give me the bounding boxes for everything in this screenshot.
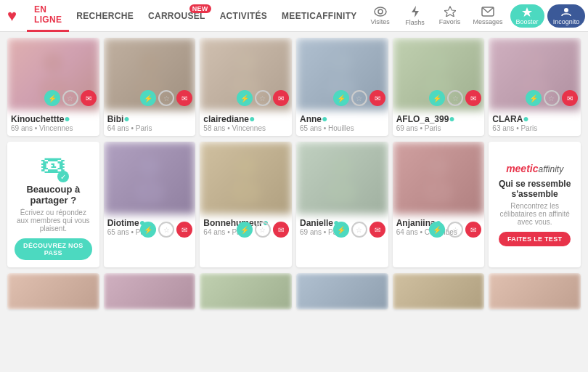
favorite-button[interactable]: ☆	[158, 90, 174, 106]
svg-point-21	[236, 157, 256, 177]
profile-card[interactable]: ⚡ ☆ ✉ Anjaniina● 64 ans • Colombes	[393, 142, 485, 267]
favorite-button[interactable]: ☆	[158, 222, 174, 238]
profile-actions: ⚡ ☆ ✉	[7, 88, 99, 108]
profile-name: Bibi●	[107, 113, 192, 124]
profile-card[interactable]: ⚡ ☆ ✉ Diotime● 65 ans • Paris	[104, 142, 196, 267]
bottom-card[interactable]	[393, 273, 485, 310]
favorite-button[interactable]: ☆	[447, 222, 463, 238]
message-button[interactable]: ✉	[176, 90, 192, 106]
nav-item-carrousel[interactable]: CARROUSEL new	[141, 0, 213, 32]
message-button[interactable]: ✉	[369, 222, 385, 238]
message-button[interactable]: ✉	[369, 90, 385, 106]
online-indicator: ●	[64, 113, 70, 124]
profile-actions: ⚡ ☆ ✉	[489, 88, 581, 108]
flash-button[interactable]: ⚡	[140, 90, 156, 106]
profile-card[interactable]: ⚡ ☆ ✉ clairediane● 58 ans • Vincennes	[200, 38, 292, 136]
bottom-card[interactable]	[489, 273, 581, 310]
nav-item-recherche[interactable]: RECHERCHE	[69, 0, 141, 32]
svg-point-23	[332, 157, 352, 177]
svg-point-7	[43, 53, 63, 73]
affinity-logo: meeticaffinity	[506, 163, 563, 174]
profile-image	[104, 142, 196, 214]
svg-point-17	[525, 53, 545, 73]
profile-card[interactable]: ⚡ ☆ ✉ Danielle● 69 ans • Paris	[296, 142, 388, 267]
profile-info: clairediane● 58 ans • Vincennes	[200, 110, 292, 136]
svg-point-19	[139, 157, 160, 177]
affinity-button[interactable]: FAITES LE TEST	[499, 232, 571, 246]
svg-point-13	[332, 53, 352, 73]
favorite-button[interactable]: ☆	[351, 90, 367, 106]
favorite-button[interactable]: ☆	[544, 90, 560, 106]
svg-point-0	[375, 7, 386, 16]
profile-info: CLARA● 63 ans • Paris	[489, 110, 581, 136]
affinity-title: Qui se ressemble s'assemble	[496, 179, 573, 199]
message-button[interactable]: ✉	[465, 90, 481, 106]
promo-desc: Écrivez ou répondez aux membres qui vous…	[15, 209, 92, 232]
flash-button[interactable]: ⚡	[237, 222, 253, 238]
message-button[interactable]: ✉	[273, 90, 289, 106]
flashs-button[interactable]: Flashs	[399, 6, 431, 26]
profile-card[interactable]: ⚡ ☆ ✉ AFLO_a_399● 69 ans • Paris	[393, 38, 485, 136]
flash-button[interactable]: ⚡	[429, 90, 445, 106]
bottom-card[interactable]	[104, 273, 196, 310]
favorite-button[interactable]: ☆	[62, 90, 78, 106]
main-nav: EN LIGNE RECHERCHE CARROUSEL new ACTIVIT…	[27, 0, 364, 32]
favorite-button[interactable]: ☆	[447, 90, 463, 106]
nav-item-meeticaffinity[interactable]: MEETICAFFINITY	[274, 0, 364, 32]
profile-image	[296, 142, 388, 214]
favorite-button[interactable]: ☆	[351, 222, 367, 238]
check-icon: ✓	[57, 171, 69, 182]
profile-image	[200, 142, 292, 214]
message-button[interactable]: ✉	[562, 90, 578, 106]
svg-point-26	[424, 179, 453, 203]
profile-details: 58 ans • Vincennes	[203, 124, 288, 132]
bottom-card[interactable]	[296, 273, 388, 310]
message-button[interactable]: ✉	[273, 222, 289, 238]
profile-details: 65 ans • Houilles	[300, 124, 385, 132]
svg-marker-5	[522, 7, 532, 17]
nav-item-en-ligne[interactable]: EN LIGNE	[27, 0, 69, 32]
favoris-button[interactable]: Favoris	[434, 6, 466, 25]
favorite-button[interactable]: ☆	[255, 222, 271, 238]
flash-button[interactable]: ⚡	[526, 90, 542, 106]
promo-button[interactable]: DÉCOUVREZ NOS PASS	[15, 238, 92, 260]
profile-card[interactable]: ⚡ ☆ ✉ Bibi● 64 ans • Paris	[104, 38, 196, 136]
flash-button[interactable]: ⚡	[237, 90, 253, 106]
favorite-button[interactable]: ☆	[255, 90, 271, 106]
profile-card-clara[interactable]: ⚡ ☆ ✉ CLARA● 63 ans • Paris	[489, 38, 581, 136]
profile-actions: ⚡ ☆ ✉	[104, 219, 196, 240]
bottom-strip	[7, 273, 581, 310]
profile-card[interactable]: ⚡ ☆ ✉ Kinouchettte● 69 ans • Vincennes	[7, 38, 99, 136]
profiles-row1: ⚡ ☆ ✉ Kinouchettte● 69 ans • Vincennes ⚡…	[7, 38, 581, 136]
flash-button[interactable]: ⚡	[333, 222, 349, 238]
promo-card: 🎟 ✓ Beaucoup à partager ? Écrivez ou rép…	[7, 142, 99, 267]
profile-actions: ⚡ ☆ ✉	[296, 88, 388, 108]
profile-info: Anne● 65 ans • Houilles	[296, 110, 388, 136]
nav-item-activites[interactable]: ACTIVITÉS	[213, 0, 274, 32]
bottom-card[interactable]	[200, 273, 292, 310]
profile-card[interactable]: ⚡ ☆ ✉ Bonnehumeur● 64 ans • Paris	[200, 142, 292, 267]
svg-point-20	[135, 179, 164, 203]
flash-button[interactable]: ⚡	[333, 90, 349, 106]
profile-name: Anne●	[300, 113, 385, 124]
svg-marker-2	[412, 6, 419, 17]
flash-button[interactable]: ⚡	[429, 222, 445, 238]
incognito-button[interactable]: Incognito	[547, 4, 586, 28]
profile-image	[393, 142, 485, 214]
svg-marker-3	[444, 7, 456, 17]
profile-card[interactable]: ⚡ ☆ ✉ Anne● 65 ans • Houilles	[296, 38, 388, 136]
flash-button[interactable]: ⚡	[140, 222, 156, 238]
svg-point-15	[428, 53, 449, 73]
profile-info: AFLO_a_399● 69 ans • Paris	[393, 110, 485, 136]
promo-icon: 🎟 ✓	[40, 149, 66, 179]
flash-button[interactable]: ⚡	[44, 90, 60, 106]
messages-button[interactable]: Messages	[469, 7, 507, 25]
carrousel-badge: new	[189, 4, 211, 13]
booster-button[interactable]: Booster	[510, 4, 544, 28]
message-button[interactable]: ✉	[176, 222, 192, 238]
bottom-card[interactable]	[7, 273, 99, 310]
message-button[interactable]: ✉	[81, 90, 97, 106]
visites-button[interactable]: Visites	[364, 7, 396, 25]
message-button[interactable]: ✉	[465, 222, 481, 238]
nav-right: Visites Flashs Favoris Messages Booster …	[364, 4, 588, 28]
